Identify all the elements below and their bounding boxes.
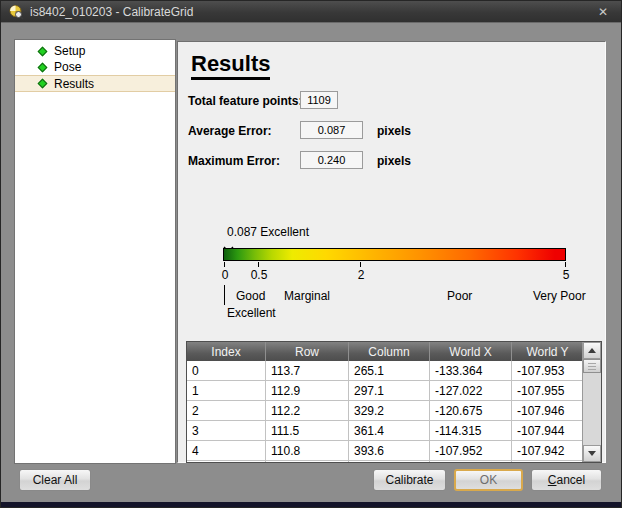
- cell-column: 265.1: [349, 361, 430, 380]
- cell-world-x: -120.675: [430, 401, 512, 420]
- sidebar-item-pose[interactable]: Pose: [15, 59, 175, 75]
- table-row[interactable]: 1 112.9 297.1 -127.022 -107.955: [187, 381, 601, 401]
- close-icon[interactable]: ✕: [598, 5, 608, 19]
- average-error-value: 0.087: [300, 121, 363, 139]
- table-row[interactable]: 4 110.8 393.6 -107.952 -107.942: [187, 441, 601, 461]
- average-error-label: Average Error:: [188, 124, 272, 138]
- dialog-bottom-edge: [1, 502, 621, 507]
- table-row[interactable]: 5 110.1 425.8 -101.591 -107.940: [187, 461, 601, 463]
- cancel-label-underlined: C: [548, 473, 557, 487]
- cell-column: 393.6: [349, 441, 430, 460]
- cell-column: 425.8: [349, 461, 430, 463]
- cell-row: 112.9: [266, 381, 349, 400]
- tick-label: 5: [563, 268, 570, 282]
- scroll-up-icon[interactable]: [583, 342, 601, 359]
- diamond-icon: [38, 79, 48, 89]
- zone-label-marginal: Marginal: [284, 289, 330, 303]
- cell-row: 112.2: [266, 401, 349, 420]
- maximum-error-value: 0.240: [300, 151, 363, 169]
- cell-row: 110.1: [266, 461, 349, 463]
- tick-label: 2: [358, 268, 365, 282]
- tick-label: 0.5: [251, 268, 268, 282]
- cell-row: 110.8: [266, 441, 349, 460]
- sidebar-item-label: Results: [54, 77, 94, 91]
- scroll-down-icon[interactable]: [583, 445, 601, 462]
- zone-label-good: Good: [236, 289, 265, 303]
- table-vertical-scrollbar[interactable]: [582, 342, 601, 462]
- total-feature-points-label: Total feature points:: [188, 94, 302, 108]
- diamond-icon: [38, 62, 48, 72]
- maximum-error-unit: pixels: [377, 154, 411, 168]
- table-row[interactable]: 3 111.5 361.4 -114.315 -107.944: [187, 421, 601, 441]
- sidebar-item-label: Pose: [54, 60, 81, 74]
- cancel-button[interactable]: Cancel: [531, 469, 602, 491]
- calibrate-button[interactable]: Calibrate: [373, 469, 446, 491]
- sidebar-item-results[interactable]: Results: [15, 75, 175, 92]
- cell-index: 1: [187, 381, 266, 400]
- tick-mark: [224, 262, 225, 267]
- cell-index: 5: [187, 461, 266, 463]
- error-quality-gradient-bar: [223, 248, 566, 261]
- cell-row: 113.7: [266, 361, 349, 380]
- cell-world-x: -107.952: [430, 441, 512, 460]
- tick-mark: [360, 262, 361, 267]
- calibrate-grid-dialog: is8402_010203 - CalibrateGrid ✕ Setup Po…: [0, 0, 622, 508]
- cell-row: 111.5: [266, 421, 349, 440]
- cell-world-x: -101.591: [430, 461, 512, 463]
- tick-label: 0: [222, 268, 229, 282]
- column-header-column: Column: [349, 342, 430, 361]
- table-row[interactable]: 0 113.7 265.1 -133.364 -107.953: [187, 361, 601, 381]
- column-header-world-y: World Y: [512, 342, 583, 361]
- clear-all-button[interactable]: Clear All: [19, 469, 91, 491]
- column-header-index: Index: [187, 342, 266, 361]
- zone-label-excellent: Excellent: [227, 306, 276, 320]
- sidebar-item-setup[interactable]: Setup: [15, 43, 175, 59]
- tick-mark: [258, 262, 259, 267]
- sidebar-item-label: Setup: [54, 44, 85, 58]
- cell-world-x: -133.364: [430, 361, 512, 380]
- column-header-world-x: World X: [430, 342, 512, 361]
- feature-points-table: Index Row Column World X World Y 0 113.7…: [186, 341, 602, 463]
- ok-button[interactable]: OK: [454, 469, 523, 491]
- cell-column: 361.4: [349, 421, 430, 440]
- maximum-error-label: Maximum Error:: [188, 154, 280, 168]
- cell-world-x: -127.022: [430, 381, 512, 400]
- cell-column: 297.1: [349, 381, 430, 400]
- zone-label-poor: Poor: [447, 289, 472, 303]
- titlebar: is8402_010203 - CalibrateGrid ✕: [1, 1, 621, 23]
- tick-mark: [565, 262, 566, 267]
- total-feature-points-value: 1109: [300, 91, 338, 109]
- app-icon: [8, 4, 24, 20]
- window-title: is8402_010203 - CalibrateGrid: [30, 5, 193, 19]
- table-header-row: Index Row Column World X World Y: [187, 342, 601, 361]
- zone-divider-line: [224, 285, 225, 305]
- cell-world-x: -114.315: [430, 421, 512, 440]
- cell-column: 329.2: [349, 401, 430, 420]
- page-title: Results: [191, 52, 270, 80]
- cell-index: 3: [187, 421, 266, 440]
- sidebar-nav: Setup Pose Results: [14, 39, 176, 464]
- cell-index: 2: [187, 401, 266, 420]
- cell-index: 0: [187, 361, 266, 380]
- cancel-label-rest: ancel: [556, 473, 585, 487]
- scale-marker-label: 0.087 Excellent: [227, 225, 309, 239]
- results-panel: Results Total feature points: 1109 Avera…: [177, 41, 606, 463]
- cell-index: 4: [187, 441, 266, 460]
- diamond-icon: [38, 46, 48, 56]
- average-error-unit: pixels: [377, 124, 411, 138]
- scrollbar-thumb[interactable]: [583, 359, 601, 373]
- table-row[interactable]: 2 112.2 329.2 -120.675 -107.946: [187, 401, 601, 421]
- column-header-row: Row: [266, 342, 349, 361]
- zone-label-very-poor: Very Poor: [533, 289, 586, 303]
